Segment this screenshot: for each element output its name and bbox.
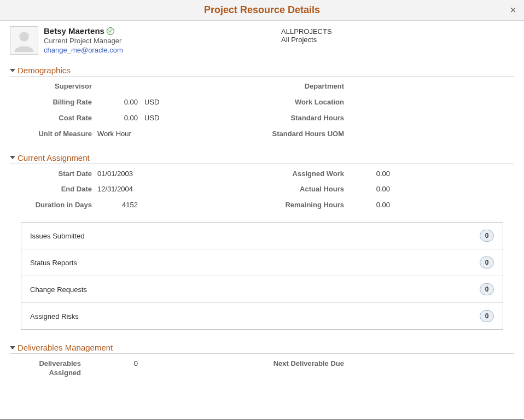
label-department: Department [262, 82, 350, 91]
section-title: Deliverables Management [18, 343, 113, 352]
availability-status-icon: ✓ [107, 27, 114, 35]
project-resource-details-dialog: Project Resource Details × Betsy Maerten… [0, 0, 524, 420]
label-standard-hours: Standard Hours [262, 114, 350, 123]
counter-row-issues-submitted[interactable]: Issues Submitted 0 [21, 223, 503, 249]
section-header-deliverables[interactable]: Deliverables Management [10, 343, 514, 352]
chevron-down-icon [10, 156, 15, 159]
value-billing-rate: 0.00 [97, 98, 141, 106]
suffix-cost-rate: USD [141, 114, 159, 122]
person-role: Current Project Manager [44, 37, 276, 45]
label-standard-hours-uom: Standard Hours UOM [262, 130, 350, 139]
person-email-link[interactable]: change_me@oracle.com [44, 46, 276, 54]
chevron-down-icon [10, 69, 15, 72]
avatar-placeholder-icon [13, 29, 36, 52]
label-billing-rate: Billing Rate [10, 98, 97, 107]
avatar [10, 26, 38, 55]
value-actual-hours: 0.00 [350, 185, 393, 193]
dialog-title: Project Resource Details [204, 4, 320, 15]
section-title: Demographics [18, 66, 71, 75]
project-name: All Projects [281, 36, 514, 44]
person-name: Betsy Maertens [44, 26, 104, 36]
section-title: Current Assignment [18, 153, 90, 162]
close-button[interactable]: × [510, 4, 516, 15]
counter-row-assigned-risks[interactable]: Assigned Risks 0 [21, 302, 503, 329]
person-info-left: Betsy Maertens ✓ Current Project Manager… [44, 26, 276, 55]
counter-badge: 0 [480, 256, 494, 269]
counter-row-status-reports[interactable]: Status Reports 0 [21, 249, 503, 276]
value-uom: Work Hour [97, 130, 262, 138]
label-start-date: Start Date [10, 170, 97, 179]
section-rule [10, 164, 514, 164]
label-remaining-hours: Remaining Hours [262, 201, 350, 210]
chevron-down-icon [10, 346, 15, 349]
counter-row-change-requests[interactable]: Change Requests 0 [21, 276, 503, 302]
section-rule [10, 76, 514, 77]
svg-point-0 [19, 32, 29, 42]
label-assigned-work: Assigned Work [262, 170, 350, 179]
label-next-deliverable-due: Next Deliverable Due [262, 359, 350, 369]
counter-label: Change Requests [30, 285, 87, 294]
person-header: Betsy Maertens ✓ Current Project Manager… [10, 26, 514, 55]
counter-label: Assigned Risks [30, 312, 79, 320]
label-uom: Unit of Measure [10, 130, 97, 139]
value-start-date: 01/01/2003 [97, 170, 262, 178]
project-info-right: ALLPROJECTS All Projects [281, 26, 514, 55]
section-rule [10, 353, 514, 354]
counter-badge: 0 [480, 310, 494, 322]
counter-badge: 0 [480, 230, 494, 242]
section-header-demographics[interactable]: Demographics [10, 66, 514, 75]
label-deliverables-assigned: Deliverables Assigned [10, 359, 86, 378]
label-supervisor: Supervisor [10, 82, 97, 91]
section-header-current-assignment[interactable]: Current Assignment [10, 153, 514, 162]
dialog-header: Project Resource Details × [0, 0, 524, 21]
assignment-grid: Start Date 01/01/2003 End Date 12/31/200… [10, 170, 514, 217]
overflow-spacer [10, 384, 514, 419]
value-assigned-work: 0.00 [350, 170, 393, 178]
value-deliverables-assigned: 0 [86, 359, 141, 368]
label-work-location: Work Location [262, 98, 350, 107]
value-cost-rate: 0.00 [97, 114, 141, 122]
deliverables-grid: Deliverables Assigned 0 Next Deliverable… [10, 359, 514, 384]
label-cost-rate: Cost Rate [10, 114, 97, 123]
assignment-counters: Issues Submitted 0 Status Reports 0 Chan… [21, 222, 503, 330]
label-duration: Duration in Days [10, 201, 97, 210]
dialog-scroll-area[interactable]: Betsy Maertens ✓ Current Project Manager… [0, 21, 524, 419]
counter-badge: 0 [480, 283, 494, 295]
project-code: ALLPROJECTS [281, 27, 514, 36]
demographics-grid: Supervisor Billing Rate 0.00 USD Cost Ra… [10, 82, 514, 145]
value-end-date: 12/31/2004 [97, 185, 262, 193]
value-remaining-hours: 0.00 [350, 201, 393, 209]
counter-label: Issues Submitted [30, 232, 85, 240]
value-duration: 4152 [97, 201, 141, 209]
label-end-date: End Date [10, 185, 97, 194]
counter-label: Status Reports [30, 259, 77, 267]
suffix-billing-rate: USD [141, 98, 159, 106]
label-actual-hours: Actual Hours [262, 185, 350, 194]
